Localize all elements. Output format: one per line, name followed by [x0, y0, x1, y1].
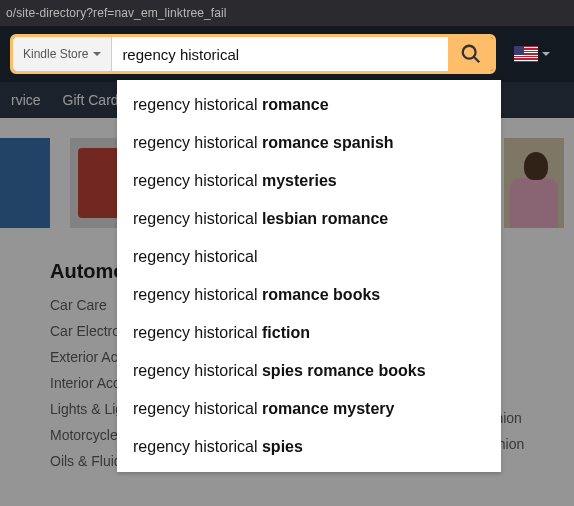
search-icon [460, 43, 482, 65]
search-input[interactable] [112, 37, 448, 71]
search-suggestion[interactable]: regency historical [117, 238, 501, 276]
caret-down-icon [542, 52, 550, 56]
search-suggestion[interactable]: regency historical romance mystery [117, 390, 501, 428]
search-suggestion[interactable]: regency historical romance [117, 86, 501, 124]
svg-line-1 [474, 57, 480, 63]
svg-point-0 [463, 46, 476, 59]
search-suggestion[interactable]: regency historical spies [117, 428, 501, 466]
navbar: Kindle Store [0, 26, 574, 82]
caret-down-icon [93, 52, 101, 56]
url-text: o/site-directory?ref=nav_em_linktree_fai… [6, 6, 227, 20]
search-suggestion[interactable]: regency historical spies romance books [117, 352, 501, 390]
search-suggestion[interactable]: regency historical mysteries [117, 162, 501, 200]
language-selector[interactable] [514, 46, 550, 62]
search-suggestions-dropdown: regency historical romance regency histo… [117, 80, 501, 472]
search-department-label: Kindle Store [23, 47, 88, 61]
search-suggestion[interactable]: regency historical romance spanish [117, 124, 501, 162]
search-suggestion[interactable]: regency historical lesbian romance [117, 200, 501, 238]
search-suggestion[interactable]: regency historical fiction [117, 314, 501, 352]
search-bar: Kindle Store [10, 34, 496, 74]
search-department-dropdown[interactable]: Kindle Store [13, 37, 112, 71]
search-button[interactable] [448, 37, 493, 71]
search-suggestion[interactable]: regency historical romance books [117, 276, 501, 314]
us-flag-icon [514, 46, 538, 62]
browser-address-bar[interactable]: o/site-directory?ref=nav_em_linktree_fai… [0, 0, 574, 26]
